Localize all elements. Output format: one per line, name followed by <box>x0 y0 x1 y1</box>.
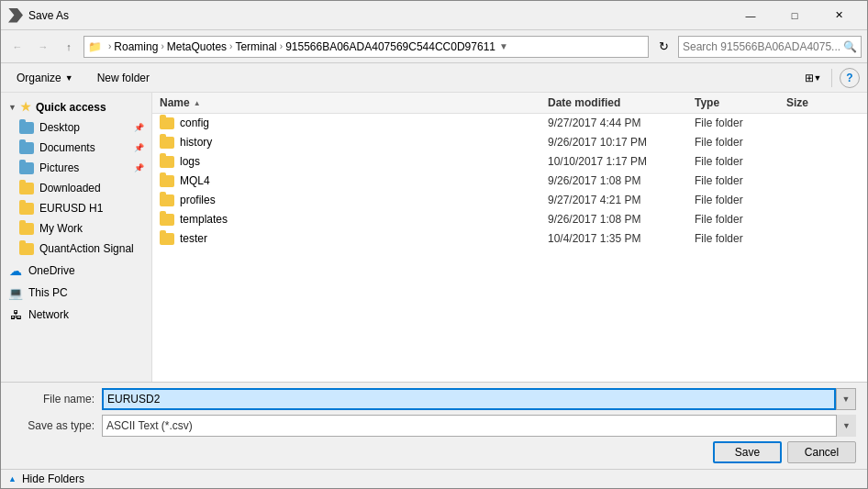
sidebar-section-network: 🖧 Network <box>1 305 151 325</box>
table-row[interactable]: tester 10/4/2017 1:35 PM File folder <box>152 229 867 249</box>
new-folder-button[interactable]: New folder <box>89 67 158 89</box>
pin-icon: 📌 <box>134 143 144 152</box>
file-date: 9/26/2017 10:17 PM <box>548 136 695 149</box>
save-button[interactable]: Save <box>713 441 782 463</box>
hide-folders-chevron-icon: ▲ <box>8 474 17 483</box>
breadcrumb-folder-icon: 📁 <box>88 40 102 53</box>
minimize-button[interactable]: — <box>729 6 772 25</box>
breadcrumb-roaming[interactable]: Roaming <box>114 40 158 53</box>
table-row[interactable]: MQL4 9/26/2017 1:08 PM File folder <box>152 172 867 191</box>
breadcrumb-guid[interactable]: 915566BA06ADA407569C544CC0D97611 <box>285 40 495 53</box>
file-date: 10/10/2017 1:17 PM <box>548 155 695 168</box>
column-header-type[interactable]: Type <box>695 96 786 109</box>
pin-icon: 📌 <box>134 123 144 132</box>
back-button[interactable]: ← <box>6 36 28 58</box>
file-date: 9/26/2017 1:08 PM <box>548 174 695 187</box>
sidebar-onedrive-label: OneDrive <box>28 264 75 277</box>
folder-icon <box>160 233 174 245</box>
sidebar-section-quick-access: ▼ ★ Quick access Desktop 📌 <box>1 96 151 259</box>
file-area: Name ▲ Date modified Type Size config 9/ <box>152 93 867 382</box>
breadcrumb-metaquotes[interactable]: MetaQuotes <box>167 40 227 53</box>
sidebar-item-downloaded[interactable]: Downloaded <box>1 178 151 198</box>
search-input[interactable] <box>683 40 843 53</box>
col-date-label: Date modified <box>548 96 620 109</box>
organize-chevron-icon: ▼ <box>65 73 73 83</box>
column-header-date[interactable]: Date modified <box>548 96 695 109</box>
quant-folder-icon <box>19 241 34 256</box>
table-row[interactable]: history 9/26/2017 10:17 PM File folder <box>152 133 867 152</box>
breadcrumb[interactable]: 📁 › Roaming › MetaQuotes › Terminal › 91… <box>83 36 649 58</box>
table-row[interactable]: profiles 9/27/2017 4:21 PM File folder <box>152 191 867 210</box>
table-row[interactable]: templates 9/26/2017 1:08 PM File folder <box>152 210 867 229</box>
file-name: MQL4 <box>180 174 548 187</box>
hide-folders-row[interactable]: ▲ Hide Folders <box>1 469 867 488</box>
view-options-button[interactable]: ⊞ ▼ <box>802 67 824 89</box>
sidebar-item-onedrive[interactable]: ☁ OneDrive <box>1 261 151 281</box>
cancel-button[interactable]: Cancel <box>787 441 856 463</box>
table-row[interactable]: logs 10/10/2017 1:17 PM File folder <box>152 152 867 172</box>
sidebar-section-this-pc: 💻 This PC <box>1 283 151 303</box>
view-icon: ⊞ <box>805 72 814 84</box>
sidebar-item-this-pc[interactable]: 💻 This PC <box>1 283 151 303</box>
sidebar-item-downloaded-label: Downloaded <box>39 182 101 194</box>
sidebar-item-my-work[interactable]: My Work <box>1 218 151 239</box>
save-label: Save <box>735 446 760 459</box>
title-bar: Save As — □ ✕ <box>1 1 867 30</box>
toolbar: Organize ▼ New folder ⊞ ▼ ? <box>1 63 867 93</box>
filename-label: File name: <box>12 393 95 406</box>
sidebar-network-label: Network <box>28 308 69 321</box>
folder-icon <box>160 156 174 168</box>
window-icon <box>8 8 23 23</box>
column-header-size[interactable]: Size <box>786 96 860 109</box>
close-button[interactable]: ✕ <box>818 6 860 25</box>
filename-input[interactable] <box>102 388 836 410</box>
organize-label: Organize <box>17 72 61 84</box>
sidebar-item-eurusd-h1[interactable]: EURUSD H1 <box>1 198 151 218</box>
col-name-label: Name <box>160 96 190 109</box>
sidebar-item-quant-label: QuantAction Signal <box>39 242 134 255</box>
sidebar-quick-access-header[interactable]: ▼ ★ Quick access <box>1 96 151 117</box>
filename-dropdown-icon: ▼ <box>836 388 856 410</box>
downloaded-folder-icon <box>19 181 34 195</box>
refresh-button[interactable]: ↻ <box>652 36 674 58</box>
breadcrumb-terminal[interactable]: Terminal <box>235 40 276 53</box>
file-list-header: Name ▲ Date modified Type Size <box>152 93 867 114</box>
forward-button[interactable]: → <box>32 36 54 58</box>
search-box: 🔍 <box>678 36 862 58</box>
sidebar-item-quant-action[interactable]: QuantAction Signal <box>1 239 151 259</box>
col-type-label: Type <box>695 96 719 109</box>
help-button[interactable]: ? <box>840 68 860 88</box>
chevron-icon: ▼ <box>8 103 17 112</box>
file-type: File folder <box>695 155 786 168</box>
file-name: history <box>180 136 548 149</box>
file-type: File folder <box>695 117 786 129</box>
sidebar-item-pictures[interactable]: Pictures 📌 <box>1 158 151 178</box>
sidebar-item-desktop[interactable]: Desktop 📌 <box>1 117 151 138</box>
file-date: 10/4/2017 1:35 PM <box>548 232 695 245</box>
column-header-name[interactable]: Name ▲ <box>160 96 548 109</box>
col-size-label: Size <box>786 96 808 109</box>
folder-icon <box>160 137 174 149</box>
file-date: 9/27/2017 4:44 PM <box>548 117 695 129</box>
onedrive-icon: ☁ <box>8 263 23 278</box>
address-bar: ← → ↑ 📁 › Roaming › MetaQuotes › Termina… <box>1 30 867 63</box>
file-name: tester <box>180 232 548 245</box>
folder-icon <box>160 214 174 226</box>
organize-button[interactable]: Organize ▼ <box>8 67 82 89</box>
sidebar-item-eurusd-label: EURUSD H1 <box>39 202 103 215</box>
main-area: ▼ ★ Quick access Desktop 📌 <box>1 93 867 382</box>
sidebar-item-network[interactable]: 🖧 Network <box>1 305 151 325</box>
desktop-folder-icon <box>19 120 34 135</box>
folder-icon <box>160 194 174 206</box>
up-button[interactable]: ↑ <box>58 36 80 58</box>
maximize-button[interactable]: □ <box>773 6 816 25</box>
quick-access-label: Quick access <box>36 101 106 114</box>
savetype-select[interactable]: ASCII Text (*.csv) <box>102 415 856 437</box>
pics-folder-icon <box>19 161 34 175</box>
sidebar-item-pictures-label: Pictures <box>39 161 79 174</box>
sidebar-item-documents[interactable]: Documents 📌 <box>1 138 151 158</box>
breadcrumb-item: 📁 <box>88 40 106 53</box>
table-row[interactable]: config 9/27/2017 4:44 PM File folder <box>152 114 867 133</box>
toolbar-separator <box>831 69 832 87</box>
file-type: File folder <box>695 213 786 226</box>
